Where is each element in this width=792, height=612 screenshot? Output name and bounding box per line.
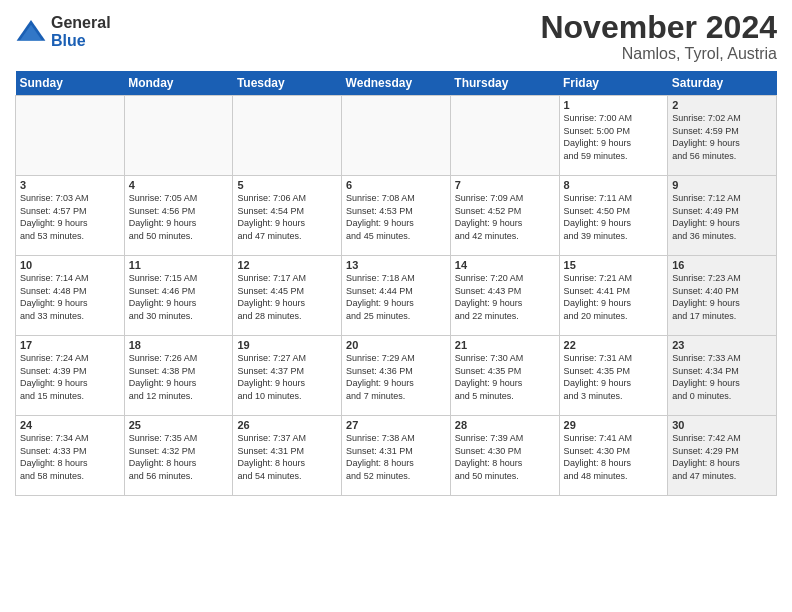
day-detail: Sunrise: 7:24 AM Sunset: 4:39 PM Dayligh… (20, 352, 120, 402)
day-detail: Sunrise: 7:37 AM Sunset: 4:31 PM Dayligh… (237, 432, 337, 482)
day-number: 27 (346, 419, 446, 431)
day-number: 3 (20, 179, 120, 191)
day-number: 26 (237, 419, 337, 431)
day-cell (450, 96, 559, 176)
day-number: 8 (564, 179, 664, 191)
day-cell: 30Sunrise: 7:42 AM Sunset: 4:29 PM Dayli… (668, 416, 777, 496)
day-cell (342, 96, 451, 176)
calendar-header-row: SundayMondayTuesdayWednesdayThursdayFrid… (16, 71, 777, 96)
day-detail: Sunrise: 7:03 AM Sunset: 4:57 PM Dayligh… (20, 192, 120, 242)
header-thursday: Thursday (450, 71, 559, 96)
day-cell: 2Sunrise: 7:02 AM Sunset: 4:59 PM Daylig… (668, 96, 777, 176)
day-cell: 27Sunrise: 7:38 AM Sunset: 4:31 PM Dayli… (342, 416, 451, 496)
day-number: 25 (129, 419, 229, 431)
day-number: 23 (672, 339, 772, 351)
day-detail: Sunrise: 7:15 AM Sunset: 4:46 PM Dayligh… (129, 272, 229, 322)
day-cell: 17Sunrise: 7:24 AM Sunset: 4:39 PM Dayli… (16, 336, 125, 416)
day-number: 16 (672, 259, 772, 271)
day-number: 28 (455, 419, 555, 431)
day-cell: 6Sunrise: 7:08 AM Sunset: 4:53 PM Daylig… (342, 176, 451, 256)
day-detail: Sunrise: 7:34 AM Sunset: 4:33 PM Dayligh… (20, 432, 120, 482)
day-number: 5 (237, 179, 337, 191)
week-row-3: 10Sunrise: 7:14 AM Sunset: 4:48 PM Dayli… (16, 256, 777, 336)
day-cell: 26Sunrise: 7:37 AM Sunset: 4:31 PM Dayli… (233, 416, 342, 496)
week-row-4: 17Sunrise: 7:24 AM Sunset: 4:39 PM Dayli… (16, 336, 777, 416)
day-number: 29 (564, 419, 664, 431)
day-number: 13 (346, 259, 446, 271)
day-number: 21 (455, 339, 555, 351)
calendar-table: SundayMondayTuesdayWednesdayThursdayFrid… (15, 71, 777, 496)
day-number: 2 (672, 99, 772, 111)
logo-blue: Blue (51, 32, 111, 50)
day-cell: 29Sunrise: 7:41 AM Sunset: 4:30 PM Dayli… (559, 416, 668, 496)
day-detail: Sunrise: 7:05 AM Sunset: 4:56 PM Dayligh… (129, 192, 229, 242)
logo: General Blue (15, 14, 111, 49)
day-number: 22 (564, 339, 664, 351)
day-number: 24 (20, 419, 120, 431)
day-detail: Sunrise: 7:33 AM Sunset: 4:34 PM Dayligh… (672, 352, 772, 402)
day-detail: Sunrise: 7:00 AM Sunset: 5:00 PM Dayligh… (564, 112, 664, 162)
day-detail: Sunrise: 7:21 AM Sunset: 4:41 PM Dayligh… (564, 272, 664, 322)
day-detail: Sunrise: 7:09 AM Sunset: 4:52 PM Dayligh… (455, 192, 555, 242)
day-cell: 8Sunrise: 7:11 AM Sunset: 4:50 PM Daylig… (559, 176, 668, 256)
day-cell: 12Sunrise: 7:17 AM Sunset: 4:45 PM Dayli… (233, 256, 342, 336)
week-row-5: 24Sunrise: 7:34 AM Sunset: 4:33 PM Dayli… (16, 416, 777, 496)
day-number: 17 (20, 339, 120, 351)
day-detail: Sunrise: 7:11 AM Sunset: 4:50 PM Dayligh… (564, 192, 664, 242)
day-detail: Sunrise: 7:02 AM Sunset: 4:59 PM Dayligh… (672, 112, 772, 162)
header-saturday: Saturday (668, 71, 777, 96)
day-number: 18 (129, 339, 229, 351)
day-cell: 13Sunrise: 7:18 AM Sunset: 4:44 PM Dayli… (342, 256, 451, 336)
day-cell: 24Sunrise: 7:34 AM Sunset: 4:33 PM Dayli… (16, 416, 125, 496)
day-cell: 5Sunrise: 7:06 AM Sunset: 4:54 PM Daylig… (233, 176, 342, 256)
day-number: 20 (346, 339, 446, 351)
day-detail: Sunrise: 7:29 AM Sunset: 4:36 PM Dayligh… (346, 352, 446, 402)
day-number: 4 (129, 179, 229, 191)
day-detail: Sunrise: 7:31 AM Sunset: 4:35 PM Dayligh… (564, 352, 664, 402)
day-number: 10 (20, 259, 120, 271)
day-detail: Sunrise: 7:12 AM Sunset: 4:49 PM Dayligh… (672, 192, 772, 242)
header-sunday: Sunday (16, 71, 125, 96)
day-cell (233, 96, 342, 176)
day-cell (16, 96, 125, 176)
day-cell: 23Sunrise: 7:33 AM Sunset: 4:34 PM Dayli… (668, 336, 777, 416)
day-cell: 21Sunrise: 7:30 AM Sunset: 4:35 PM Dayli… (450, 336, 559, 416)
day-detail: Sunrise: 7:06 AM Sunset: 4:54 PM Dayligh… (237, 192, 337, 242)
day-cell (124, 96, 233, 176)
week-row-1: 1Sunrise: 7:00 AM Sunset: 5:00 PM Daylig… (16, 96, 777, 176)
title-block: November 2024 Namlos, Tyrol, Austria (540, 10, 777, 63)
header: General Blue November 2024 Namlos, Tyrol… (15, 10, 777, 63)
header-wednesday: Wednesday (342, 71, 451, 96)
day-detail: Sunrise: 7:38 AM Sunset: 4:31 PM Dayligh… (346, 432, 446, 482)
day-number: 1 (564, 99, 664, 111)
day-detail: Sunrise: 7:30 AM Sunset: 4:35 PM Dayligh… (455, 352, 555, 402)
header-friday: Friday (559, 71, 668, 96)
day-number: 30 (672, 419, 772, 431)
day-number: 6 (346, 179, 446, 191)
day-detail: Sunrise: 7:27 AM Sunset: 4:37 PM Dayligh… (237, 352, 337, 402)
day-number: 9 (672, 179, 772, 191)
logo-general: General (51, 14, 111, 32)
day-detail: Sunrise: 7:08 AM Sunset: 4:53 PM Dayligh… (346, 192, 446, 242)
day-cell: 4Sunrise: 7:05 AM Sunset: 4:56 PM Daylig… (124, 176, 233, 256)
day-cell: 16Sunrise: 7:23 AM Sunset: 4:40 PM Dayli… (668, 256, 777, 336)
day-cell: 10Sunrise: 7:14 AM Sunset: 4:48 PM Dayli… (16, 256, 125, 336)
day-number: 14 (455, 259, 555, 271)
day-detail: Sunrise: 7:39 AM Sunset: 4:30 PM Dayligh… (455, 432, 555, 482)
day-cell: 28Sunrise: 7:39 AM Sunset: 4:30 PM Dayli… (450, 416, 559, 496)
header-tuesday: Tuesday (233, 71, 342, 96)
day-detail: Sunrise: 7:41 AM Sunset: 4:30 PM Dayligh… (564, 432, 664, 482)
day-number: 7 (455, 179, 555, 191)
day-cell: 20Sunrise: 7:29 AM Sunset: 4:36 PM Dayli… (342, 336, 451, 416)
day-detail: Sunrise: 7:26 AM Sunset: 4:38 PM Dayligh… (129, 352, 229, 402)
day-number: 11 (129, 259, 229, 271)
header-monday: Monday (124, 71, 233, 96)
day-detail: Sunrise: 7:17 AM Sunset: 4:45 PM Dayligh… (237, 272, 337, 322)
logo-icon (15, 18, 47, 46)
day-cell: 18Sunrise: 7:26 AM Sunset: 4:38 PM Dayli… (124, 336, 233, 416)
day-detail: Sunrise: 7:35 AM Sunset: 4:32 PM Dayligh… (129, 432, 229, 482)
day-detail: Sunrise: 7:23 AM Sunset: 4:40 PM Dayligh… (672, 272, 772, 322)
day-detail: Sunrise: 7:14 AM Sunset: 4:48 PM Dayligh… (20, 272, 120, 322)
day-cell: 22Sunrise: 7:31 AM Sunset: 4:35 PM Dayli… (559, 336, 668, 416)
day-cell: 9Sunrise: 7:12 AM Sunset: 4:49 PM Daylig… (668, 176, 777, 256)
